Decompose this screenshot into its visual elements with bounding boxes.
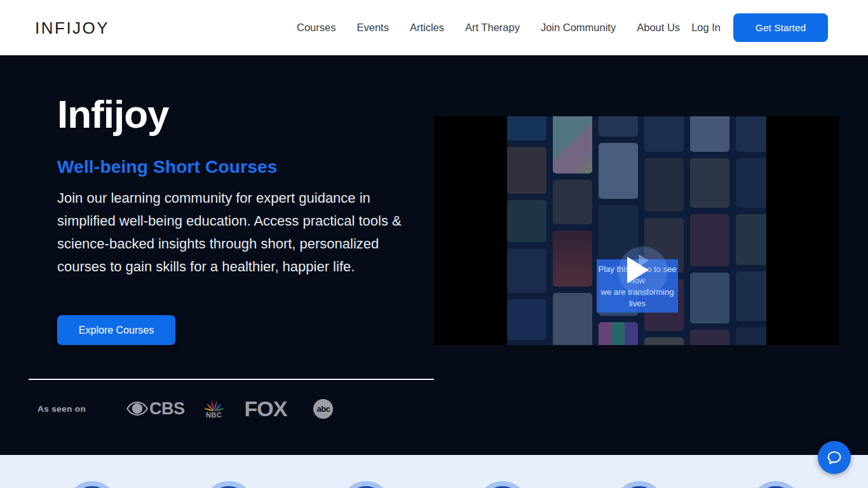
feature-circle-icon bbox=[67, 481, 118, 488]
hero-subtitle: Well-being Short Courses bbox=[57, 157, 278, 177]
nav-link-art-therapy[interactable]: Art Therapy bbox=[465, 22, 520, 34]
nbc-logo: NBC bbox=[204, 398, 224, 419]
page-title: Infijoy bbox=[57, 92, 169, 137]
feature-circle-icon bbox=[477, 481, 528, 488]
nav-link-articles[interactable]: Articles bbox=[410, 22, 444, 34]
video-play-overlay[interactable]: Play this video to see how we are transf… bbox=[597, 259, 678, 313]
nav-link-courses[interactable]: Courses bbox=[297, 22, 336, 34]
chat-launcher-button[interactable] bbox=[818, 441, 851, 474]
feature-circle-icon bbox=[614, 481, 665, 488]
nav-link-about-us[interactable]: About Us bbox=[637, 22, 680, 34]
features-preview-strip bbox=[0, 455, 868, 488]
abc-logo: abc bbox=[313, 399, 333, 419]
top-navigation: INFIJOY CoursesEventsArticlesArt Therapy… bbox=[0, 0, 868, 55]
nav-link-events[interactable]: Events bbox=[356, 22, 388, 34]
hero-section: Infijoy Well-being Short Courses Join ou… bbox=[0, 55, 868, 455]
explore-courses-button[interactable]: Explore Courses bbox=[57, 315, 175, 345]
login-link[interactable]: Log In bbox=[691, 0, 721, 55]
feature-circle-icon bbox=[341, 481, 391, 488]
nav-link-join-community[interactable]: Join Community bbox=[541, 22, 616, 34]
fox-logo: FOX bbox=[245, 396, 287, 421]
as-seen-on-label: As seen on bbox=[37, 404, 86, 414]
as-seen-on-row: As seen on CBS NBC FOX abc bbox=[37, 391, 333, 426]
infijoy-logo[interactable]: INFIJOY bbox=[35, 18, 109, 38]
cbs-eye-icon bbox=[126, 402, 148, 416]
feature-circle-icon bbox=[203, 481, 254, 488]
play-icon bbox=[627, 257, 649, 283]
nbc-peacock-icon bbox=[204, 398, 224, 412]
feature-circle-icon bbox=[750, 481, 801, 488]
nav-links: CoursesEventsArticlesArt TherapyJoin Com… bbox=[297, 0, 680, 55]
hero-description: Join our learning community for expert g… bbox=[57, 187, 410, 278]
hero-video-player[interactable]: Play this video to see how we are transf… bbox=[434, 116, 839, 345]
divider-line bbox=[29, 379, 434, 380]
chat-bubble-icon bbox=[825, 449, 843, 466]
cbs-logo-text: CBS bbox=[149, 399, 185, 419]
get-started-button[interactable]: Get Started bbox=[733, 13, 828, 42]
cbs-logo: CBS bbox=[126, 399, 185, 419]
nbc-logo-text: NBC bbox=[206, 411, 222, 419]
